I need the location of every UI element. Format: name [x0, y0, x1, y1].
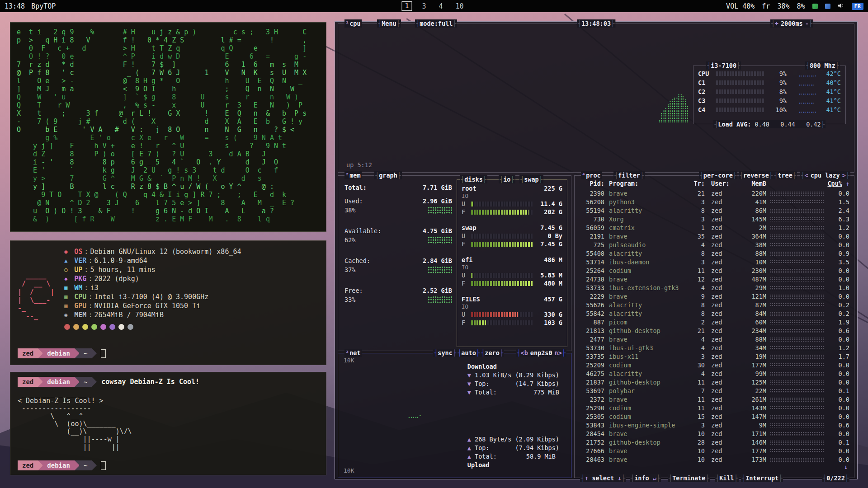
uptime-icon: ◷: [64, 267, 72, 273]
process-row[interactable]: 24738 brave 12 zed 487M 0.0: [579, 275, 849, 284]
process-row[interactable]: 725 pulseaudio 4 zed 38M 0.0: [579, 241, 849, 249]
keyboard-layout-badge[interactable]: FR: [852, 3, 863, 10]
proc-sort-selector[interactable]: <cpu lazy>: [800, 171, 850, 179]
workspace-button-10[interactable]: 10: [453, 2, 467, 10]
shell-prompt[interactable]: zed debian ~ cowsay Debian-Z Is Cool!: [18, 377, 319, 387]
wm-icon: ■: [64, 285, 72, 291]
kill-button[interactable]: Kill: [715, 474, 739, 482]
process-row[interactable]: 2229 brave 9 zed 121M 0.0: [579, 292, 849, 301]
process-row[interactable]: 53714 ibus-daemon 3 zed 10M 3.5: [579, 258, 849, 267]
io-tab[interactable]: io: [499, 175, 515, 183]
cpu-usage-indicator: 38%: [777, 2, 789, 10]
refresh-interval-control[interactable]: +2000ms-: [770, 19, 813, 28]
process-cpu-meter: [770, 389, 824, 393]
process-row[interactable]: 2372 brave 11 zed 261M 0.0: [579, 395, 849, 404]
proc-percore-toggle[interactable]: per-core: [699, 171, 737, 179]
process-row[interactable]: 21813 github-desktop 21 zed 234M 0.6: [579, 327, 849, 335]
net-sync-toggle[interactable]: sync: [433, 349, 457, 357]
swap-tab[interactable]: swap: [519, 175, 543, 183]
process-row[interactable]: 53733 ibus-extension-gtk3 4 zed 29M 1.0: [579, 284, 849, 292]
proc-filter-button[interactable]: filter: [613, 171, 645, 179]
process-cpu-meter: [770, 234, 824, 239]
mode-toggle[interactable]: mode:full: [415, 19, 457, 28]
process-row[interactable]: 27666 brave 10 zed 177M 0.0: [579, 447, 849, 455]
process-row[interactable]: 25209 codium 30 zed 177M 0.0: [579, 361, 849, 370]
core-load-meter: [716, 80, 764, 85]
process-row[interactable]: 53735 ibus-x11 3 zed 19M 1.7: [579, 352, 849, 361]
process-row[interactable]: 2398 brave 21 zed 220M 0.0: [579, 189, 849, 198]
disk-used-meter: [471, 312, 533, 317]
packages-icon: ◆: [64, 276, 72, 282]
process-row[interactable]: 21837 github-desktop 11 zed 125M 0.0: [579, 378, 849, 387]
info-line-gpu: ▦GPU:NVIDIA GeForce GTX 1050 Ti: [64, 301, 241, 310]
upload-stat-line: ▲ Total: 58.9 MiB: [467, 452, 559, 461]
info-button[interactable]: info ↵: [630, 474, 661, 482]
workspace-button-4[interactable]: 4: [436, 2, 445, 10]
process-row[interactable]: 21752 github-desktop 28 zed 146M 0.1: [579, 438, 849, 447]
proc-tree-toggle[interactable]: tree: [773, 171, 797, 179]
cowsay-line: \ ^__^: [18, 413, 319, 420]
speaker-icon[interactable]: [838, 2, 844, 10]
header-threads[interactable]: Tr:: [689, 179, 705, 188]
net-auto-toggle[interactable]: auto: [457, 349, 481, 357]
volume-indicator[interactable]: VOL 40%: [726, 2, 755, 10]
process-row[interactable]: 55408 alacritty 8 zed 88M 0.9: [579, 249, 849, 258]
workspace-button-1[interactable]: 1: [401, 1, 412, 11]
header-pid[interactable]: Pid:: [579, 179, 604, 188]
header-user[interactable]: User:: [705, 179, 741, 188]
palette-dot: [91, 324, 97, 330]
download-stats: Download ▼ 1.03 KiB/s (8.29 Kibps)▼ Top:…: [467, 362, 559, 397]
process-row[interactable]: 25305 codium 15 zed 147M 0.0: [579, 413, 849, 421]
process-row[interactable]: 56208 python3 3 zed 41M 1.5: [579, 198, 849, 206]
process-row[interactable]: 53843 ibus-engine-simple 3 zed 9M 0.6: [579, 421, 849, 430]
cowsay-terminal-window[interactable]: zed debian ~ cowsay Debian-Z Is Cool! __…: [10, 372, 326, 475]
process-row[interactable]: 25264 codium 11 zed 230M 0.0: [579, 267, 849, 275]
menu-button[interactable]: Menu: [377, 19, 401, 28]
process-row[interactable]: 2477 brave 4 zed 88M 0.0: [579, 335, 849, 344]
process-row[interactable]: 53730 ibus-ui-gtk3 4 zed 34M 1.2: [579, 344, 849, 352]
process-row[interactable]: 28454 brave 10 zed 171M 0.0: [579, 430, 849, 438]
process-row[interactable]: 46275 alacritty 4 zed 99M 0.0: [579, 370, 849, 378]
process-cpu-meter: [770, 260, 824, 264]
process-row[interactable]: 53697 polybar 7 zed 22M 0.1: [579, 387, 849, 395]
fetch-terminal-window[interactable]: _____ / __ \| / || \___--_ --_ ●OS:Debia…: [10, 240, 326, 365]
process-row[interactable]: 55626 alacritty 8 zed 87M 0.2: [579, 301, 849, 310]
process-row[interactable]: 2191 brave 35 zed 364M 0.0: [579, 232, 849, 241]
process-row[interactable]: 28463 brave 10 zed 173M 0.0: [579, 455, 849, 464]
header-memory[interactable]: MemB: [741, 179, 766, 188]
core-load-meter: [716, 99, 764, 103]
interrupt-button[interactable]: Interrupt: [741, 474, 783, 482]
workspace-button-3[interactable]: 3: [419, 2, 429, 10]
mem-usage-indicator: 8%: [797, 2, 805, 10]
clock-display: 13:48:03: [577, 19, 615, 28]
interval-decrease-button[interactable]: -: [805, 19, 809, 28]
process-row[interactable]: 887 picom 2 zed 60M 1.9: [579, 318, 849, 327]
terminate-button[interactable]: Terminate: [668, 474, 710, 482]
tray-icon-app[interactable]: [825, 4, 830, 9]
header-program[interactable]: Program:: [604, 179, 689, 188]
process-row[interactable]: 25290 codium 11 zed 143M 0.0: [579, 404, 849, 413]
palette-dot: [118, 324, 124, 330]
terminal-cursor: [101, 349, 106, 358]
process-row[interactable]: 56059 cmatrix 1 zed 2M 1.2: [579, 224, 849, 232]
bpytop-window[interactable]: ¹cpu Menu mode:full 13:48:03 +2000ms- ⠀⠀…: [335, 21, 858, 479]
process-row[interactable]: 730 Xorg 3 zed 145M 6.3: [579, 215, 849, 224]
net-interface-switch[interactable]: <benp2s0n>: [516, 349, 566, 357]
proc-reverse-toggle[interactable]: reverse: [739, 171, 774, 179]
header-cpu[interactable]: Cpu%: [821, 179, 842, 188]
interval-increase-button[interactable]: +: [775, 19, 778, 28]
process-row[interactable]: 55842 alacritty 8 zed 84M 0.2: [579, 310, 849, 318]
process-cpu-meter: [770, 303, 824, 307]
scroll-down-arrow[interactable]: ↓: [844, 463, 848, 470]
disks-tab[interactable]: disks: [460, 175, 487, 183]
shell-prompt[interactable]: zed debian ~: [18, 348, 319, 358]
core-rows: CPU 9% ⣀⣀⣀⣀⡀ 42°C C1 9% ⣀⣀⣀⣀⠀ 40°C: [698, 69, 841, 121]
sort-direction-arrow[interactable]: ↑: [842, 179, 849, 188]
mem-graph-toggle[interactable]: graph: [374, 171, 402, 179]
tray-icon-chart[interactable]: [812, 4, 818, 9]
system-info: ●OS:Debian GNU/Linux 12 (bookworm) x86_6…: [64, 247, 241, 330]
process-row[interactable]: 55194 alacritty 8 zed 86M 2.4: [579, 206, 849, 215]
select-control[interactable]: ↑ select ↓: [580, 474, 626, 482]
cmatrix-terminal-window[interactable]: e t i 2 q 9 % # H u j z & p ) c s ; 3 H …: [10, 22, 326, 232]
shell-prompt[interactable]: zed debian ~: [18, 460, 319, 470]
